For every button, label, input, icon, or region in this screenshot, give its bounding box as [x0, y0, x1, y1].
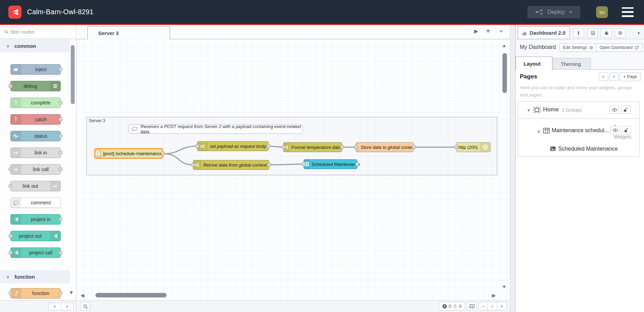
palette-node-project-in[interactable]: project in [10, 214, 61, 225]
flow-canvas[interactable]: Server 3 Receives a POST request from Se… [76, 39, 510, 300]
output-port[interactable] [266, 144, 270, 148]
tab-scroll-right-icon[interactable]: ▶ [474, 28, 478, 34]
output-port[interactable] [412, 145, 416, 149]
output-port[interactable] [59, 68, 62, 71]
flow-node-http-in[interactable]: [post] /schedule-maintenance [94, 148, 163, 159]
output-port[interactable] [340, 145, 344, 149]
collapse-all-button[interactable]: « [49, 303, 61, 310]
output-port[interactable] [59, 218, 62, 221]
zoom-out-button[interactable]: − [478, 302, 488, 310]
palette-node-project-call[interactable]: project call [10, 247, 61, 258]
input-port[interactable] [354, 145, 358, 149]
input-port[interactable] [9, 234, 12, 238]
expand-all-button[interactable]: « [61, 303, 74, 310]
output-port[interactable] [59, 101, 62, 104]
filter-nodes-input[interactable] [11, 29, 63, 35]
flow-node-ui-table[interactable]: Scheduled Maintenance [304, 159, 357, 169]
chevron-down-icon[interactable]: ∨ [527, 107, 531, 112]
output-port[interactable] [161, 152, 164, 155]
help-tab-button[interactable] [587, 28, 598, 37]
lock-button[interactable] [621, 106, 630, 114]
output-port[interactable] [59, 151, 62, 154]
input-port[interactable] [9, 84, 12, 88]
hscroll-left-icon[interactable]: ◀ [80, 293, 84, 298]
add-page-button[interactable]: + Page [620, 72, 641, 81]
flow-tab-server-3[interactable]: Server 3 [87, 26, 170, 39]
warning-icon: ⚠ [453, 303, 457, 309]
palette-node-catch[interactable]: ! catch [10, 114, 61, 125]
input-port[interactable] [9, 292, 12, 295]
palette-node-function[interactable]: f function [10, 288, 61, 298]
palette-node-comment[interactable]: comment [10, 197, 61, 208]
vscroll-up-icon[interactable]: ▲ [502, 43, 507, 48]
sidebar-tab-dashboard[interactable]: Dashboard 2.0 [518, 26, 570, 39]
open-dashboard-button[interactable]: Open Dashboard [596, 43, 642, 52]
hscroll-right-icon[interactable]: ▶ [492, 293, 496, 298]
flow-node-change-format[interactable]: Format temperature data. [283, 142, 342, 152]
input-port[interactable] [454, 145, 458, 149]
debug-tab-button[interactable] [601, 28, 612, 37]
config-tab-button[interactable]: ⚙ [615, 28, 626, 37]
palette-scroll-down-icon[interactable]: ▼ [69, 289, 74, 295]
palette-node-debug[interactable]: debug [10, 81, 61, 91]
flow-node-change-set-payload[interactable]: set payload as request body [197, 141, 269, 151]
palette-footer: « « [0, 300, 76, 312]
user-avatar[interactable]: su [596, 6, 608, 18]
palette-node-complete[interactable]: ! complete [10, 98, 61, 108]
input-port[interactable] [302, 162, 306, 166]
edit-settings-button[interactable]: Edit Settings ⚙ [559, 43, 596, 52]
palette-node-inject[interactable]: inject [10, 64, 61, 75]
vertical-scrollbar[interactable] [502, 53, 507, 93]
output-port[interactable] [59, 118, 62, 121]
tab-layout[interactable]: Layout [516, 57, 552, 70]
palette-node-link-out[interactable]: link out [10, 181, 61, 191]
palette-scrollbar[interactable] [71, 45, 75, 104]
lock-button[interactable] [622, 126, 631, 134]
input-port[interactable] [191, 163, 195, 167]
flow-node-http-response[interactable]: http (200) [456, 142, 491, 152]
horizontal-scrollbar[interactable] [95, 293, 167, 297]
input-port[interactable] [195, 144, 199, 148]
deploy-options-caret-icon[interactable]: ▾ [570, 9, 572, 15]
input-port[interactable] [9, 251, 12, 254]
palette-section-function[interactable]: ∨ function [0, 270, 70, 283]
output-port[interactable] [355, 162, 359, 166]
output-port[interactable] [59, 134, 62, 138]
navigator-toggle-button[interactable] [467, 302, 476, 310]
output-port[interactable] [267, 163, 271, 167]
tab-theming[interactable]: Theming [553, 58, 591, 70]
add-flow-button[interactable]: + [486, 27, 490, 35]
flow-list-caret-icon[interactable]: ▾ [500, 28, 502, 34]
input-port[interactable] [281, 145, 285, 149]
sidebar-tabs-caret-icon[interactable]: ▾ [637, 31, 640, 36]
palette-node-link-call[interactable]: link call [10, 164, 61, 175]
zoom-reset-button[interactable]: ○ [488, 302, 497, 310]
output-port[interactable] [59, 168, 62, 171]
flow-node-function-store[interactable]: f Store data to global context [356, 142, 414, 152]
info-tab-button[interactable]: i [573, 28, 584, 37]
chevron-down-icon[interactable]: ∨ [537, 129, 541, 134]
zoom-in-button[interactable]: + [497, 302, 507, 310]
tree-row-home-page[interactable]: ∨ Home 1 Groups [518, 102, 639, 119]
notifications-badge[interactable]: ! 0 ⚠ 0 [439, 302, 465, 310]
input-port[interactable] [9, 168, 12, 171]
move-page-up-button[interactable]: « [599, 73, 608, 81]
output-port[interactable] [59, 251, 62, 254]
sidebar-splitter[interactable] [510, 25, 516, 312]
flow-comment-node[interactable]: Receives a POST request from Server 2 wi… [128, 124, 303, 134]
canvas-search-button[interactable] [80, 302, 90, 311]
palette-section-common[interactable]: ∨ common [0, 39, 70, 52]
main-menu-icon[interactable] [622, 7, 635, 17]
output-port[interactable] [59, 292, 62, 295]
palette-node-link-in[interactable]: link in [10, 147, 61, 158]
flow-node-change-retrieve[interactable]: Retrive data from global context [193, 160, 269, 170]
visibility-button[interactable] [610, 106, 619, 114]
palette-node-status[interactable]: status [10, 131, 61, 141]
project-logo-icon [11, 214, 21, 224]
palette-node-project-out[interactable]: project out [10, 231, 61, 241]
move-page-down-button[interactable]: « [609, 73, 619, 81]
visibility-button[interactable] [610, 126, 620, 134]
deploy-button[interactable]: Deploy ▾ [527, 6, 580, 18]
vscroll-down-icon[interactable]: ▼ [502, 284, 507, 289]
input-port[interactable] [9, 184, 12, 188]
